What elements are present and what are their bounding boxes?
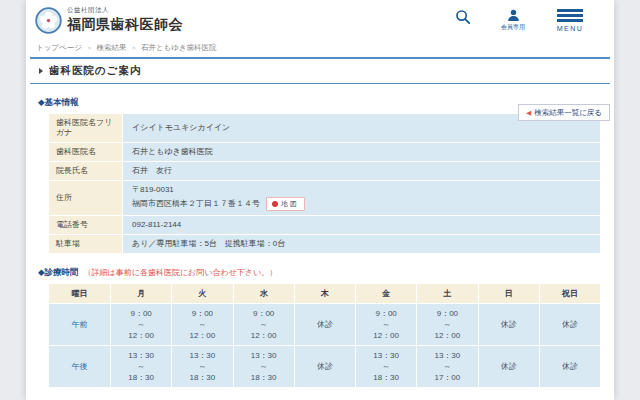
closed-label: 休診: [317, 320, 333, 329]
schedule-cell: 休診: [539, 304, 600, 346]
map-button-label: 地図: [281, 199, 299, 209]
row-value: 〒819-0031福岡市西区橋本２丁目１７番１４号地図: [123, 181, 601, 216]
schedule-cell: 休診: [539, 346, 600, 388]
open-time: 13：30: [417, 350, 477, 361]
table-row: 住所〒819-0031福岡市西区橋本２丁目１７番１４号地図: [49, 181, 601, 216]
schedule-cell: 休診: [294, 304, 355, 346]
menu-button[interactable]: MENU: [553, 9, 587, 32]
back-to-results-button[interactable]: ◀ 検索結果一覧に戻る: [518, 104, 610, 121]
time-tilde: ～: [356, 361, 416, 372]
schedule-cell: 9：00～12：00: [233, 304, 294, 346]
open-time: 9：00: [111, 308, 171, 319]
back-arrow-icon: ◀: [526, 109, 531, 117]
address-text: 福岡市西区橋本２丁目１７番１４号: [132, 199, 260, 209]
table-row: 駐車場あり／専用駐車場：5台 提携駐車場：0台: [49, 235, 601, 254]
open-time: 9：00: [417, 308, 477, 319]
page-title-bar: 歯科医院のご案内: [30, 57, 610, 84]
closed-label: 休診: [501, 362, 517, 371]
search-button[interactable]: [455, 9, 473, 25]
close-time: 12：00: [234, 330, 294, 341]
close-time: 18：30: [234, 372, 294, 383]
time-tilde: ～: [356, 319, 416, 330]
close-time: 12：00: [356, 330, 416, 341]
org-title-block: 公益社団法人 福岡県歯科医師会: [67, 6, 183, 34]
row-label: 住所: [49, 181, 123, 216]
site-header: 公益社団法人 福岡県歯科医師会 会員専用 MENU: [26, 0, 614, 36]
close-time: 18：30: [111, 372, 171, 383]
open-time: 13：30: [234, 350, 294, 361]
schedule-cell: 13：30～18：30: [356, 346, 417, 388]
schedule-cell: 13：30～18：30: [233, 346, 294, 388]
period-label: 午前: [49, 304, 111, 346]
day-column-header: 日: [478, 284, 539, 304]
schedule-cell: 休診: [294, 346, 355, 388]
hours-table: 曜日月火水木金土日祝日 午前9：00～12：009：00～12：009：00～1…: [48, 283, 601, 388]
open-time: 9：00: [172, 308, 232, 319]
day-column-header: 金: [356, 284, 417, 304]
open-time: 13：30: [356, 350, 416, 361]
row-value: 092-811-2144: [123, 216, 601, 235]
closed-label: 休診: [562, 362, 578, 371]
breadcrumb-item[interactable]: トップページ: [36, 43, 82, 52]
breadcrumb-item: 石井ともゆき歯科医院: [141, 43, 217, 52]
schedule-row: 午前9：00～12：009：00～12：009：00～12：00休診9：00～1…: [49, 304, 601, 346]
day-column-header: 水: [233, 284, 294, 304]
table-row: 院長氏名石井 友行: [49, 162, 601, 181]
schedule-cell: 9：00～12：00: [172, 304, 233, 346]
time-tilde: ～: [417, 319, 477, 330]
time-tilde: ～: [234, 361, 294, 372]
breadcrumb-separator: ＞: [130, 44, 137, 51]
schedule-cell: 休診: [478, 346, 539, 388]
close-time: 18：30: [172, 372, 232, 383]
day-column-header: 祝日: [539, 284, 600, 304]
close-time: 12：00: [417, 330, 477, 341]
closed-label: 休診: [562, 320, 578, 329]
row-label: 院長氏名: [49, 162, 123, 181]
back-button-label: 検索結果一覧に戻る: [534, 108, 602, 118]
map-pin-icon: [272, 201, 278, 207]
hours-heading-label: ◆診療時間: [38, 267, 79, 279]
row-label: 駐車場: [49, 235, 123, 254]
row-label: 歯科医院名フリガナ: [49, 114, 123, 143]
basic-info-table: 歯科医院名フリガナイシイトモユキシカイイン歯科医院名石井ともゆき歯科医院院長氏名…: [48, 113, 601, 254]
close-time: 12：00: [172, 330, 232, 341]
row-value: 石井 友行: [123, 162, 601, 181]
hours-heading: ◆診療時間 （詳細は事前に各歯科医院にお問い合わせ下さい。）: [38, 267, 614, 279]
close-time: 12：00: [111, 330, 171, 341]
time-tilde: ～: [172, 361, 232, 372]
time-tilde: ～: [234, 319, 294, 330]
closed-label: 休診: [501, 320, 517, 329]
close-time: 17：00: [417, 372, 477, 383]
page-title: 歯科医院のご案内: [49, 64, 142, 78]
basic-info-heading-label: ◆基本情報: [38, 97, 79, 109]
schedule-cell: 9：00～12：00: [417, 304, 478, 346]
time-tilde: ～: [111, 319, 171, 330]
table-row: 歯科医院名石井ともゆき歯科医院: [49, 143, 601, 162]
schedule-cell: 13：30～17：00: [417, 346, 478, 388]
row-value: 石井ともゆき歯科医院: [123, 143, 601, 162]
time-tilde: ～: [172, 319, 232, 330]
breadcrumb: トップページ＞検索結果＞石井ともゆき歯科医院: [36, 43, 614, 53]
schedule-cell: 13：30～18：30: [172, 346, 233, 388]
close-time: 18：30: [356, 372, 416, 383]
search-icon: [455, 9, 473, 25]
open-time: 13：30: [172, 350, 232, 361]
day-column-header: 月: [111, 284, 172, 304]
menu-label: MENU: [553, 25, 587, 32]
association-logo-icon: [35, 7, 62, 34]
open-time: 9：00: [356, 308, 416, 319]
breadcrumb-item[interactable]: 検索結果: [96, 43, 126, 52]
row-value: あり／専用駐車場：5台 提携駐車場：0台: [123, 235, 601, 254]
open-time: 9：00: [234, 308, 294, 319]
schedule-cell: 休診: [478, 304, 539, 346]
table-row: 電話番号092-811-2144: [49, 216, 601, 235]
member-area-button[interactable]: 会員専用: [493, 9, 533, 32]
map-button[interactable]: 地図: [266, 197, 305, 211]
day-column-header: 土: [417, 284, 478, 304]
period-label: 午後: [49, 346, 111, 388]
row-label: 電話番号: [49, 216, 123, 235]
member-area-label: 会員専用: [493, 23, 533, 32]
title-arrow-icon: [39, 68, 43, 74]
breadcrumb-separator: ＞: [86, 44, 93, 51]
main-content: ◀ 検索結果一覧に戻る ◆基本情報 歯科医院名フリガナイシイトモユキシカイイン歯…: [26, 97, 614, 400]
